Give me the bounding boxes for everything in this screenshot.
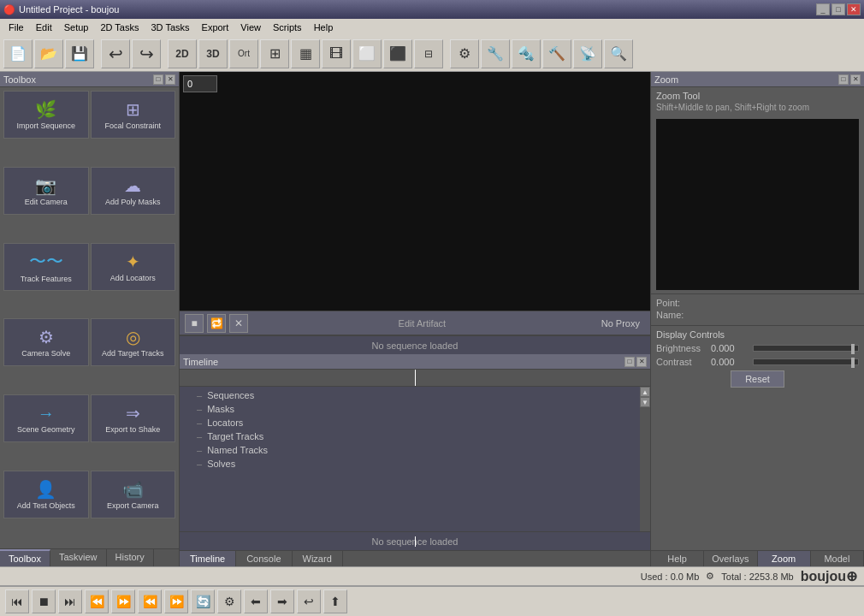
tool-export-camera[interactable]: 📹 Export Camera: [91, 471, 176, 518]
viewport-btn-x[interactable]: ✕: [229, 314, 248, 333]
zoom-search-button[interactable]: 🔍: [604, 39, 633, 68]
tool-edit-camera[interactable]: 📷 Edit Camera: [3, 167, 89, 215]
tab-timeline[interactable]: Timeline: [180, 551, 236, 566]
zoom-viewport: [656, 119, 859, 290]
next-keyframe-button[interactable]: ➡: [270, 589, 294, 613]
grid-btn1[interactable]: ⊞: [260, 39, 289, 68]
timeline-close-button[interactable]: ✕: [636, 357, 647, 367]
maximize-button[interactable]: □: [831, 3, 845, 15]
tool-label-add-locators: Add Locators: [110, 274, 156, 282]
tab-help[interactable]: Help: [651, 551, 704, 566]
tools-btn4[interactable]: 🔨: [542, 39, 571, 68]
viewport-btn-1[interactable]: ■: [185, 314, 204, 333]
status-bar: Used : 0.0 Mb ⚙ Total : 2253.8 Mb boujou…: [0, 566, 864, 585]
filmstrip-button[interactable]: 🎞: [322, 39, 351, 68]
jump-forward-button[interactable]: ⏩: [164, 589, 188, 613]
zoom-close-button[interactable]: ✕: [850, 74, 861, 85]
view-btn2[interactable]: ⊟: [414, 39, 443, 68]
tools-btn5[interactable]: 📡: [573, 39, 602, 68]
tab-console[interactable]: Console: [236, 551, 292, 566]
ruler-position-marker: [415, 370, 416, 386]
scroll-down-button[interactable]: ▼: [640, 397, 650, 407]
stop-button[interactable]: ⏹: [32, 589, 56, 613]
timeline-scrollbar[interactable]: ▲ ▼: [640, 387, 650, 531]
tool-label-add-target-tracks: Add Target Tracks: [102, 349, 163, 358]
save-button[interactable]: 💾: [65, 39, 94, 68]
tool-add-target-tracks[interactable]: ◎ Add Target Tracks: [91, 318, 176, 366]
jump-back-button[interactable]: ⏪: [138, 589, 162, 613]
tree-named-tracks[interactable]: Named Tracks: [180, 443, 640, 457]
menu-2d-tasks[interactable]: 2D Tasks: [95, 21, 144, 34]
boujou-logo: boujou⊕: [801, 568, 857, 584]
new-button[interactable]: 📄: [3, 39, 33, 68]
zoom-float-button[interactable]: □: [838, 74, 849, 85]
toolbar: 📄 📂 💾 ↩ ↪ 2D 3D Ort ⊞ ▦ 🎞 ⬜ ⬛ ⊟ ⚙ 🔧 🔩 🔨 …: [0, 36, 864, 72]
tool-add-poly-masks[interactable]: ☁ Add Poly Masks: [91, 167, 176, 215]
menu-file[interactable]: File: [3, 21, 29, 34]
brightness-label: Brightness: [656, 343, 707, 353]
timeline-float-button[interactable]: □: [624, 357, 635, 367]
tree-sequences[interactable]: Sequences: [180, 388, 640, 402]
view-btn1[interactable]: ⬛: [383, 39, 412, 68]
tab-overlays[interactable]: Overlays: [704, 551, 757, 566]
tool-export-shake[interactable]: ⇒ Export to Shake: [91, 394, 176, 442]
tools-btn2[interactable]: 🔧: [481, 39, 510, 68]
tool-camera-solve[interactable]: ⚙ Camera Solve: [3, 318, 89, 366]
contrast-slider[interactable]: [753, 358, 859, 365]
menu-3d-tasks[interactable]: 3D Tasks: [146, 21, 195, 34]
close-button[interactable]: ✕: [847, 3, 861, 15]
add-locators-icon: ✦: [126, 252, 140, 272]
title-bar: 🔴 Untitled Project - boujou _ □ ✕: [0, 0, 864, 19]
viewport-btn-2[interactable]: 🔁: [207, 314, 226, 333]
add-test-objects-icon: 👤: [35, 479, 56, 500]
menu-setup[interactable]: Setup: [59, 21, 94, 34]
open-button[interactable]: 📂: [34, 39, 63, 68]
undo-button[interactable]: ↩: [101, 39, 130, 68]
step-back-button[interactable]: ⏪: [85, 589, 109, 613]
brightness-slider[interactable]: [753, 345, 859, 352]
tool-add-locators[interactable]: ✦ Add Locators: [91, 243, 176, 291]
tree-target-tracks[interactable]: Target Tracks: [180, 429, 640, 443]
tab-wizard[interactable]: Wizard: [293, 551, 343, 566]
play-back-start-button[interactable]: ⏮: [5, 589, 29, 613]
prev-keyframe-button[interactable]: ⬅: [244, 589, 268, 613]
options-button[interactable]: ⚙: [217, 589, 241, 613]
view-3d-button[interactable]: 3D: [198, 39, 228, 68]
tool-scene-geometry[interactable]: → Scene Geometry: [3, 394, 89, 442]
frame-number-input[interactable]: [183, 75, 217, 92]
menu-help[interactable]: Help: [309, 21, 339, 34]
tab-taskview[interactable]: Taskview: [50, 549, 107, 566]
tool-focal-constraint[interactable]: ⊞ Focal Constraint: [91, 91, 176, 139]
toolbox-float-button[interactable]: □: [153, 74, 163, 85]
tool-import-sequence[interactable]: 🌿 Import Sequence: [3, 91, 89, 139]
menu-edit[interactable]: Edit: [31, 21, 57, 34]
tree-masks[interactable]: Masks: [180, 402, 640, 416]
frame-button[interactable]: ⬜: [352, 39, 382, 68]
tree-locators[interactable]: Locators: [180, 416, 640, 429]
step-forward-button[interactable]: ⏩: [111, 589, 135, 613]
ortho-button[interactable]: Ort: [229, 39, 258, 68]
menu-export[interactable]: Export: [197, 21, 234, 34]
loop-button[interactable]: 🔄: [191, 589, 215, 613]
menu-scripts[interactable]: Scripts: [268, 21, 307, 34]
redo-button[interactable]: ↪: [132, 39, 161, 68]
tool-add-test-objects[interactable]: 👤 Add Test Objects: [3, 471, 89, 518]
tree-solves[interactable]: Solves: [180, 457, 640, 471]
tools-btn3[interactable]: 🔩: [512, 39, 541, 68]
menu-view[interactable]: View: [235, 21, 266, 34]
scroll-up-button[interactable]: ▲: [640, 387, 650, 397]
tools-btn1[interactable]: ⚙: [450, 39, 479, 68]
grid-btn2[interactable]: ▦: [291, 39, 320, 68]
minimize-button[interactable]: _: [816, 3, 830, 15]
tab-model[interactable]: Model: [811, 551, 864, 566]
tab-history[interactable]: History: [107, 549, 154, 566]
tool-track-features[interactable]: 〜〜 Track Features: [3, 243, 89, 291]
toolbox-close-button[interactable]: ✕: [165, 74, 175, 85]
play-forward-button[interactable]: ⏭: [58, 589, 82, 613]
redo-pb-button[interactable]: ⬆: [323, 589, 347, 613]
reset-button[interactable]: Reset: [731, 370, 784, 388]
tab-toolbox[interactable]: Toolbox: [0, 549, 50, 566]
undo-pb-button[interactable]: ↩: [297, 589, 321, 613]
tab-zoom[interactable]: Zoom: [758, 551, 811, 566]
view-2d-button[interactable]: 2D: [168, 39, 197, 68]
